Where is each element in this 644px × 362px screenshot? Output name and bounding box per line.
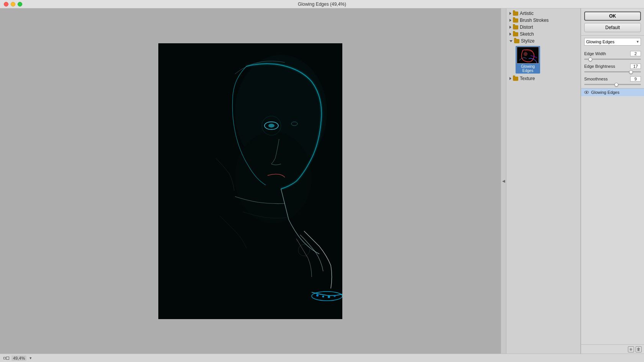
edge-width-header: Edge Width 2	[584, 51, 641, 56]
filter-group-label-stylize: Stylize	[521, 38, 534, 44]
svg-point-4	[268, 124, 274, 128]
smoothness-label: Smoothness	[584, 77, 608, 81]
svg-point-10	[322, 295, 324, 297]
smoothness-header: Smoothness 9	[584, 76, 641, 82]
canvas-area	[0, 8, 501, 354]
expand-icon-texture	[509, 77, 511, 80]
svg-point-12	[334, 295, 336, 297]
folder-icon-sketch	[513, 32, 518, 36]
filter-group-header-texture[interactable]: Texture	[506, 75, 580, 82]
zoom-level: 49,4%	[12, 355, 26, 361]
portrait-image	[158, 43, 342, 319]
edge-brightness-header: Edge Brightness 17	[584, 64, 641, 69]
smoothness-slider[interactable]	[584, 84, 641, 85]
filter-panel: Artistic Brush Strokes Distort	[506, 8, 581, 354]
expand-icon-brush-strokes	[509, 19, 511, 22]
close-button[interactable]	[4, 2, 8, 7]
canvas-size-icon[interactable]	[3, 355, 9, 361]
controls-panel: OK Default Glowing Edges ▼ Edge Width 2 …	[581, 8, 644, 354]
edge-width-label: Edge Width	[584, 51, 606, 56]
folder-icon-distort	[513, 25, 518, 29]
filter-item-label-glowing-edges: Glowing Edges	[516, 64, 539, 73]
traffic-lights	[4, 2, 22, 7]
filter-group-label-brush-strokes: Brush Strokes	[520, 18, 549, 23]
collapse-panel-button[interactable]: ◀	[501, 8, 506, 354]
titlebar: Glowing Edges (49,4%)	[0, 0, 644, 8]
folder-icon-artistic	[513, 11, 518, 16]
sliders-area: Edge Width 2 Edge Brightness 17 Smoothne…	[581, 48, 644, 88]
filter-list: Artistic Brush Strokes Distort	[506, 8, 580, 354]
folder-icon-texture	[513, 77, 518, 81]
smoothness-control: Smoothness 9	[584, 76, 641, 85]
edge-brightness-value: 17	[630, 64, 641, 69]
expand-icon-stylize	[509, 40, 513, 42]
expand-icon-sketch	[509, 33, 511, 36]
edge-brightness-label: Edge Brightness	[584, 64, 615, 69]
svg-point-15	[525, 53, 526, 55]
edge-width-slider[interactable]	[584, 59, 641, 60]
filter-group-brush-strokes: Brush Strokes	[506, 17, 580, 24]
bottom-bar: 49,4% ▼	[0, 354, 644, 362]
new-effect-layer-icon[interactable]: ⊕	[628, 346, 634, 352]
filter-group-texture: Texture	[506, 75, 580, 82]
filter-group-stylize: Stylize	[506, 38, 580, 75]
filter-dropdown[interactable]: Glowing Edges	[584, 38, 641, 46]
filter-group-artistic: Artistic	[506, 10, 580, 17]
filter-group-sketch: Sketch	[506, 31, 580, 38]
applied-filter-label-glowing-edges: Glowing Edges	[591, 90, 619, 95]
filter-group-label-texture: Texture	[520, 76, 535, 81]
filter-group-header-brush-strokes[interactable]: Brush Strokes	[506, 17, 580, 24]
svg-point-2	[235, 131, 312, 223]
folder-icon-stylize	[514, 39, 519, 43]
ok-button[interactable]: OK	[584, 11, 641, 21]
filter-group-header-stylize[interactable]: Stylize	[506, 38, 580, 44]
filter-group-header-artistic[interactable]: Artistic	[506, 10, 580, 17]
delete-effect-icon[interactable]: 🗑	[636, 346, 642, 352]
maximize-button[interactable]	[18, 2, 22, 7]
folder-icon-brush-strokes	[513, 18, 518, 23]
svg-point-9	[316, 294, 319, 296]
smoothness-value: 9	[630, 76, 641, 82]
applied-filter-glowing-edges[interactable]: Glowing Edges	[581, 88, 644, 96]
window-title: Glowing Edges (49,4%)	[298, 2, 346, 7]
visibility-icon-glowing-edges[interactable]	[584, 91, 589, 94]
filter-group-header-distort[interactable]: Distort	[506, 24, 580, 31]
main-area: ◀ Artistic Brush Strokes	[0, 8, 644, 354]
expand-icon-distort	[509, 26, 511, 29]
filter-thumbnails-stylize: Glowing Edges	[506, 44, 580, 75]
controls-top: OK Default	[581, 8, 644, 36]
edge-brightness-control: Edge Brightness 17	[584, 64, 641, 72]
filter-dropdown-container: Glowing Edges ▼	[584, 38, 641, 46]
filter-group-label-distort: Distort	[520, 25, 533, 30]
default-button[interactable]: Default	[584, 23, 641, 32]
zoom-dropdown-arrow[interactable]: ▼	[29, 356, 32, 360]
filter-thumbnail-glowing-edges	[517, 47, 539, 64]
filter-group-label-artistic: Artistic	[520, 11, 534, 16]
filter-group-header-sketch[interactable]: Sketch	[506, 31, 580, 38]
filter-group-distort: Distort	[506, 24, 580, 31]
svg-point-11	[328, 296, 330, 298]
edge-brightness-slider[interactable]	[584, 71, 641, 72]
expand-icon-artistic	[509, 12, 511, 15]
image-preview	[158, 43, 342, 319]
controls-bottom-bar: ⊕ 🗑	[581, 344, 644, 354]
applied-filters-panel: Glowing Edges	[581, 88, 644, 344]
filter-group-label-sketch: Sketch	[520, 31, 534, 37]
edge-width-control: Edge Width 2	[584, 51, 641, 60]
collapse-icon: ◀	[502, 179, 505, 183]
edge-width-value: 2	[630, 51, 641, 56]
filter-item-glowing-edges[interactable]: Glowing Edges	[516, 46, 540, 74]
minimize-button[interactable]	[11, 2, 15, 7]
